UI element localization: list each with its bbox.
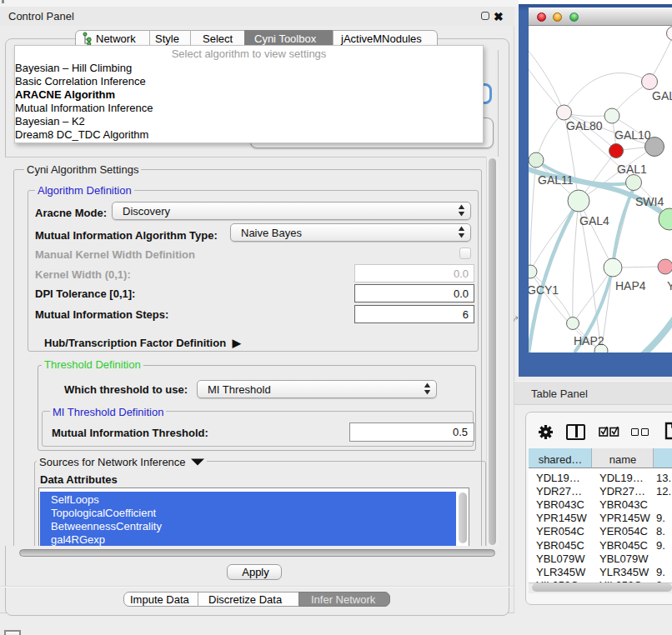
svg-text:GAL80: GAL80 — [566, 119, 603, 132]
svg-text:HAP2: HAP2 — [574, 334, 604, 348]
svg-text:GAL1: GAL1 — [617, 162, 647, 176]
svg-text:SWI4: SWI4 — [635, 195, 664, 208]
svg-text:Y: Y — [667, 279, 672, 292]
svg-text:GAL7: GAL7 — [652, 89, 672, 102]
svg-text:GAL10: GAL10 — [614, 128, 651, 142]
svg-text:GAL11: GAL11 — [538, 173, 574, 187]
svg-text:HAP4: HAP4 — [615, 279, 646, 292]
svg-text:GAL4: GAL4 — [579, 214, 609, 228]
svg-text:GCY1: GCY1 — [529, 283, 559, 297]
